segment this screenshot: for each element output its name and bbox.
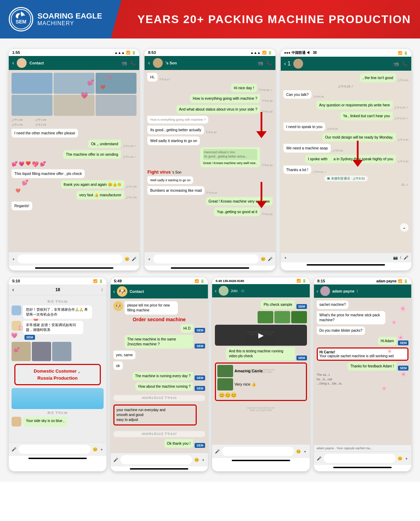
msg-row: Hi Adam SEM (317, 337, 409, 345)
status-bar-5: 5:49 📶 🔋 (111, 277, 208, 284)
running-machine-box: your machine run everyday and smooth and… (113, 404, 197, 425)
phone-1: 1:55 ▲▲▲ 📶 🔋 ‹ Contact 📹 📞 💕 (9, 49, 139, 270)
chat-footer-4: 🎤 😊 ＋ (9, 442, 106, 456)
avatar-3 (293, 59, 303, 69)
status-icons-5: 📶 🔋 (195, 279, 204, 283)
chat-header-1: ‹ Contact 📹 📞 (9, 56, 139, 70)
chat-header-7: ‹ adam payne ⁝ (314, 284, 412, 298)
wechat-nav: ‹ 18 ⁝ (9, 284, 106, 295)
msg-row: your machine run everyday and smooth and… (113, 403, 205, 427)
msg-row: Thanks for feedback Adam ! SEM (317, 362, 409, 371)
chat-footer-3: ＋ 📷 ⁝ 🎤 (281, 253, 411, 262)
msg-row: Regards! (12, 202, 136, 210)
msg-row: , the line isn't good 上午9:34 (284, 73, 408, 82)
msg-row: Well sadly it starting to go on (147, 136, 272, 145)
chat-body-3: , the line isn't good 上午9:34 上午9:28 ✓ Ca… (281, 71, 411, 253)
msg-row: Ok thank you ! SEM (113, 439, 205, 448)
msg-row: Do you make blister packs? (317, 326, 409, 335)
phone-2: 8:53 ▲▲▲ 📶 🔋 ‹ 's Son 📹 📞 (145, 49, 275, 270)
header: SEM SOARING EAGLE MACHINERY YEARS 20+ PA… (0, 0, 420, 38)
message-input-5[interactable] (120, 455, 192, 464)
msg-row: The machine offer is on sending 上午1:49 ✓ (12, 150, 136, 159)
status-bar-7: 8:15 adam payne 📶 🔋 (314, 277, 412, 284)
msg-row: I need to speak to you 上午9:29 (284, 122, 408, 131)
msg-row: The machine is running every day ? SEM (113, 372, 205, 380)
status-icons-4: 📶 🔋 (93, 279, 103, 283)
msg-wechat-received: 您好！货收到了，非常感谢合作🙏🙏 希望再一次有机会合作 (12, 305, 104, 319)
chat-icons-2: 📹 📞 (257, 60, 272, 66)
avatar-5: 🐶 (117, 286, 127, 297)
chat-body-6: www.sem-machinery.com0086 122 8426 9180 … (212, 297, 310, 444)
domestic-box: Domestic Customer，Russia Production (14, 364, 101, 385)
scroll-down-btn[interactable]: ⌄ (400, 223, 408, 232)
chat-footer-1: ＋ 😊 🎤 (9, 252, 139, 266)
status-bar-6: 5:49 135-8426-9180 📶 🔋 (212, 277, 310, 284)
msg-row: Hi D SEM (113, 324, 205, 333)
msg-row: How is everything going with machine ? 下… (147, 94, 272, 103)
msg-row: Can you talk? 上午9:28 (284, 90, 408, 99)
bottom-bar-6 (232, 460, 290, 461)
msg-row: very fast 👍 manufacturer 上午1:53 (12, 191, 136, 199)
chat-grid-top: 1:55 ▲▲▲ 📶 🔋 ‹ Contact 📹 📞 💕 (9, 49, 411, 270)
bottom-bar-4 (28, 458, 87, 459)
bottom-bar-3 (307, 264, 385, 266)
phone-4: 5:10 📶 🔋 ‹ 18 ⁝ Do 💕 ❤️ 💗 (9, 277, 106, 471)
chat-body-1: 💕 ❤️ 💗 💖 💕 ❤️ 💗 上午1:48 (9, 70, 139, 252)
message-input-6[interactable] (222, 447, 294, 456)
msg-row: Yup..getting so good at it 下午8:50 (147, 207, 272, 216)
msg-row: We need a machine asap 上午9:30 (284, 144, 408, 153)
msg-row: yes, same (113, 351, 205, 359)
header-tagline: YEARS 20+ PACKING MACHINE PRODUCTION (111, 0, 420, 38)
phone-5: 5:49 📶 🔋 ‹ 🐶 Contact 🐶 pleas (111, 277, 208, 471)
svg-text:SEM: SEM (16, 19, 26, 24)
message-input-7[interactable] (324, 454, 396, 463)
msg-wechat-sent: Your side sky is so blue , (12, 417, 104, 427)
msg-row: thank you again and again 😊👍👏 上午1:53 (12, 180, 136, 189)
msg-row: Bumbers ar increasing like mad 下午8:49 (147, 186, 272, 195)
phone-7: 8:15 adam payne 📶 🔋 ‹ adam payne ⁝ 🌸 🌸 (314, 277, 412, 471)
msg-row: Ok ,, understand 上午1:49 ✓ (12, 140, 136, 148)
msg-row: Hi nice day ! 下午8:48 ✓ (147, 84, 272, 92)
message-input-1[interactable] (18, 254, 122, 263)
chat-footer-2: ＋ 😊 🎤 (145, 252, 275, 266)
sky-photo (12, 388, 104, 409)
msg-row: This liquid filling machine offer , pls … (12, 169, 136, 178)
status-icons-3: 📶 🔋 (398, 51, 408, 55)
msg-row: And this is testing machine running vide… (215, 347, 307, 360)
msg-row: Any question or requirements pls write h… (284, 101, 408, 110)
chat-body-7: 🌸 🌸 🌸 🌸 🌸 🌸 🌸 sachet machine? What's the… (314, 298, 412, 445)
status-bar-4: 5:10 📶 🔋 (9, 277, 106, 284)
msg-row: ok (113, 361, 205, 370)
message-input-2[interactable] (153, 254, 258, 263)
avatar-7 (320, 286, 330, 296)
phone-6: 5:49 135-8426-9180 📶 🔋 ‹ Jolo ⁝⁝⁝ www.se… (212, 277, 310, 471)
msg-row: Our mold design will be ready by Monday,… (284, 133, 408, 142)
video-placeholder: ▶ (215, 325, 307, 346)
status-icons-7: adam payne 📶 🔋 (376, 279, 408, 283)
msg-row: Pls check sample SEM (215, 300, 307, 309)
msg-row: How about the machine running ? SEM (113, 382, 205, 391)
message-input-4[interactable] (19, 445, 91, 454)
photo-grid (12, 342, 104, 361)
msg-row: The new machine is the same 2nozzles mac… (113, 335, 205, 348)
logo-section: SEM SOARING EAGLE MACHINERY (0, 0, 111, 38)
phone-3: ●●● 中国联通 ◀ 38 📶 🔋 ‹ 1 📹 📞 (281, 49, 411, 270)
logo-circle: SEM (9, 7, 33, 31)
amazing-carrie-box: Amazing Carrie Very nice 👍 😊😊😊 (215, 362, 307, 401)
chat-header-5: ‹ 🐶 Contact (111, 284, 208, 298)
msg-row: Well sadly it starting to go on (147, 176, 272, 184)
chat-body-4: Do 💕 ❤️ 💗 昨天 下午2:30 您好！货收到了，非常感谢合作🙏🙏 希望再… (9, 295, 106, 442)
status-bar-1: 1:55 ▲▲▲ 📶 🔋 (9, 49, 139, 56)
content-area: 1:55 ▲▲▲ 📶 🔋 ‹ Contact 📹 📞 💕 (0, 38, 420, 482)
msg-row: How is everything going with machine ? (147, 116, 272, 124)
msg-row: And what about status about virus in you… (147, 105, 272, 114)
received-with-img: 🐶 please tell me price for new filling m… (113, 301, 205, 315)
sample-images (215, 311, 307, 323)
msg-row: sachet machine? (317, 301, 409, 309)
avatar-6 (219, 286, 229, 296)
chat-icons-1: 📹 📞 (121, 60, 136, 66)
chat-footer-7: 🎤 😊 ＋ (314, 451, 412, 465)
status-bar-2: 8:53 ▲▲▲ 📶 🔋 (145, 49, 275, 56)
chat-grid-bottom: 5:10 📶 🔋 ‹ 18 ⁝ Do 💕 ❤️ 💗 (9, 277, 411, 471)
chat-header-6: ‹ Jolo ⁝⁝⁝ (212, 284, 310, 297)
